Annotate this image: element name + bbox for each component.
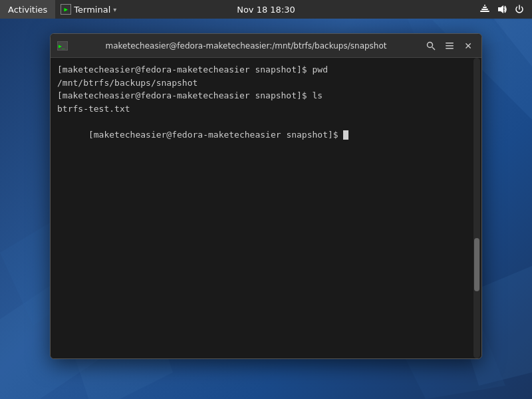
topbar-right-icons [477, 0, 532, 19]
terminal-window-icon: ▶_ [56, 39, 69, 53]
terminal-scrollbar[interactable] [473, 58, 480, 358]
svg-rect-18 [446, 45, 454, 47]
titlebar-controls: ✕ [423, 38, 476, 54]
activities-label: Activities [8, 5, 47, 15]
search-button[interactable] [423, 38, 439, 54]
terminal-line-2: /mnt/btrfs/backups/snapshot [57, 76, 475, 90]
terminal-dropdown-arrow: ▾ [113, 6, 116, 13]
close-icon: ✕ [464, 41, 472, 51]
svg-rect-19 [446, 48, 454, 49]
svg-rect-9 [481, 9, 488, 10]
svg-line-16 [432, 47, 435, 50]
terminal-title: maketecheasier@fedora-maketecheasier:/mn… [73, 41, 419, 51]
terminal-taskbar-label: Terminal [74, 5, 110, 15]
cursor [343, 130, 348, 140]
svg-marker-12 [498, 5, 503, 13]
terminal-taskbar-button[interactable]: ▶ Terminal ▾ [55, 0, 122, 19]
terminal-scrollbar-thumb[interactable] [474, 238, 479, 291]
terminal-line-5: [maketecheasier@fedora-maketecheasier sn… [57, 115, 475, 154]
svg-rect-11 [484, 5, 485, 6]
terminal-body[interactable]: [maketecheasier@fedora-maketecheasier sn… [51, 58, 481, 358]
svg-text:▶_: ▶_ [59, 43, 65, 49]
terminal-line-1: [maketecheasier@fedora-maketecheasier sn… [57, 63, 475, 76]
svg-rect-8 [480, 11, 489, 12]
svg-rect-10 [483, 7, 487, 8]
svg-rect-17 [446, 43, 454, 44]
terminal-line-3: [maketecheasier@fedora-maketecheasier sn… [57, 89, 475, 102]
topbar: Activities ▶ Terminal ▾ Nov 18 18:30 [0, 0, 532, 19]
power-icon[interactable] [512, 2, 527, 17]
terminal-titlebar: ▶_ maketecheasier@fedora-maketecheasier:… [51, 34, 481, 58]
svg-point-15 [428, 42, 433, 47]
close-button[interactable]: ✕ [460, 38, 476, 54]
terminal-line-4: btrfs-test.txt [57, 102, 475, 116]
menu-button[interactable] [442, 38, 458, 54]
terminal-small-icon: ▶ [61, 4, 71, 15]
network-icon[interactable] [477, 2, 492, 17]
terminal-window: ▶_ maketecheasier@fedora-maketecheasier:… [50, 33, 482, 359]
volume-icon[interactable] [495, 2, 509, 17]
clock: Nov 18 18:30 [237, 5, 295, 15]
activities-button[interactable]: Activities [0, 0, 55, 19]
